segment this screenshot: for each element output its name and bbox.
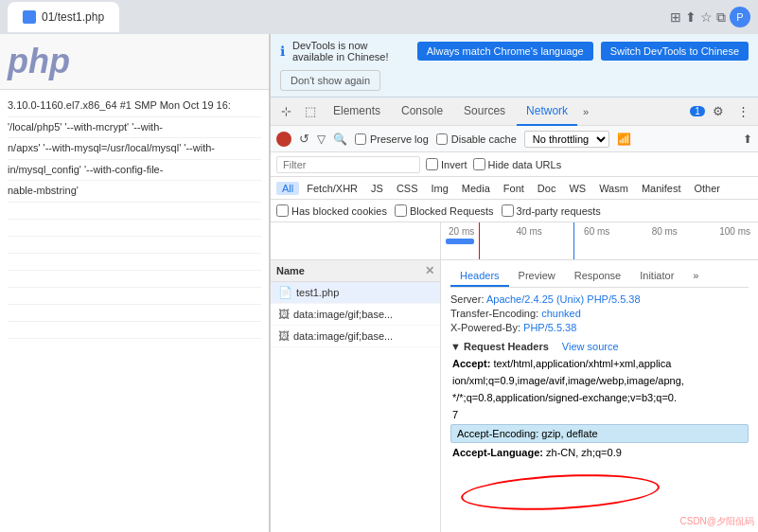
upload-icon[interactable]: ⬆	[743, 133, 752, 146]
accept-header-continuation-3: 7	[450, 407, 749, 422]
type-wasm[interactable]: Wasm	[593, 182, 634, 195]
disable-cache-label[interactable]: Disable cache	[436, 133, 517, 145]
marker-60: 60 ms	[584, 226, 609, 237]
extensions-icon[interactable]: ⊞	[670, 9, 681, 25]
empty-line-8	[8, 322, 261, 339]
restore-icon[interactable]: ⧉	[716, 9, 726, 26]
tab-favicon	[23, 10, 36, 24]
type-fetch-xhr[interactable]: Fetch/XHR	[301, 182, 363, 195]
server-header: Server: Apache/2.4.25 (Unix) PHP/5.5.38	[450, 293, 749, 305]
php-logo: php	[8, 42, 261, 81]
type-img[interactable]: Img	[426, 182, 454, 195]
hide-data-checkbox[interactable]	[473, 158, 485, 170]
accept-header-continuation-1: ion/xml;q=0.9,image/avif,image/webp,imag…	[450, 373, 749, 388]
empty-line-1	[8, 203, 261, 220]
tab-elements[interactable]: Elements	[324, 98, 390, 126]
hide-data-label[interactable]: Hide data URLs	[473, 158, 562, 170]
close-panel-icon[interactable]: ✕	[425, 264, 434, 277]
image-icon-1: 🖼	[278, 308, 290, 321]
accept-language-row: Accept-Language: zh-CN, zh;q=0.9	[450, 445, 749, 460]
accept-encoding-row: Accept-Encoding: gzip, deflate	[450, 424, 749, 443]
timeline-markers: 20 ms 40 ms 60 ms 80 ms 100 ms	[441, 222, 758, 240]
marker-20: 20 ms	[449, 226, 474, 237]
bookmark-icon[interactable]: ☆	[700, 9, 713, 25]
type-other[interactable]: Other	[688, 182, 726, 195]
config-line-4: nable-mbstring'	[8, 181, 261, 203]
file-name-test1: test1.php	[296, 287, 339, 298]
devtools-toolbar: ⊹ ⬚ Elements Console Sources Network » 1…	[271, 98, 758, 126]
file-item-gif2[interactable]: 🖼 data:image/gif;base...	[271, 326, 440, 347]
tab-response[interactable]: Response	[565, 266, 631, 287]
type-manifest[interactable]: Manifest	[636, 182, 687, 195]
tab-console[interactable]: Console	[392, 98, 452, 126]
filter-input[interactable]	[276, 156, 420, 173]
content-area: Name ✕ 📄 test1.php 🖼 data:image/gif;base…	[271, 260, 758, 532]
tab-preview[interactable]: Preview	[509, 266, 565, 287]
image-icon-2: 🖼	[278, 329, 290, 343]
device-icon[interactable]: ⬚	[299, 100, 322, 123]
type-ws[interactable]: WS	[563, 182, 591, 195]
stop-icon[interactable]: ↺	[299, 132, 309, 146]
notification-badge: 1	[690, 106, 705, 116]
type-css[interactable]: CSS	[391, 182, 424, 195]
invert-label[interactable]: Invert	[426, 158, 467, 170]
config-line-1: '/local/php5' '--with-mcrypt' '--with-	[8, 117, 261, 139]
file-item-gif1[interactable]: 🖼 data:image/gif;base...	[271, 304, 440, 326]
accept-header-continuation-2: */*;q=0.8,application/signed-exchange;v=…	[450, 390, 749, 405]
invert-checkbox[interactable]	[426, 158, 438, 170]
type-doc[interactable]: Doc	[532, 182, 562, 195]
type-js[interactable]: JS	[365, 182, 389, 195]
file-item-test1[interactable]: 📄 test1.php	[271, 282, 440, 304]
type-font[interactable]: Font	[498, 182, 530, 195]
empty-line-7	[8, 305, 261, 322]
throttle-select[interactable]: No throttling	[524, 131, 609, 148]
blocked-requests-checkbox[interactable]	[395, 204, 407, 217]
filter-icon[interactable]: ▽	[317, 133, 326, 146]
dont-show-button[interactable]: Don't show again	[280, 70, 380, 91]
tab-headers[interactable]: Headers	[450, 266, 509, 287]
file-list-header: Name ✕	[271, 260, 440, 282]
tab-network[interactable]: Network	[517, 98, 577, 126]
devtools-panel: ℹ DevTools is now available in Chinese! …	[270, 34, 758, 532]
switch-devtools-button[interactable]: Switch DevTools to Chinese	[601, 42, 749, 61]
preserve-log-label[interactable]: Preserve log	[355, 133, 429, 145]
third-party-checkbox[interactable]	[502, 204, 514, 217]
always-match-button[interactable]: Always match Chrome's language	[417, 42, 593, 61]
has-blocked-cookies-label[interactable]: Has blocked cookies	[276, 204, 387, 217]
search-icon[interactable]: 🔍	[333, 133, 347, 146]
config-line-3: in/mysql_config' '--with-config-file-	[8, 160, 261, 182]
more-tabs[interactable]: »	[579, 106, 592, 117]
tab-more[interactable]: »	[683, 266, 708, 287]
view-source-link[interactable]: View source	[562, 341, 619, 352]
has-blocked-checkbox[interactable]	[276, 204, 289, 217]
empty-line-6	[8, 288, 261, 305]
blocked-requests-label[interactable]: Blocked Requests	[395, 204, 494, 217]
type-all[interactable]: All	[276, 182, 299, 195]
timeline-red-line	[479, 222, 480, 259]
third-party-label[interactable]: 3rd-party requests	[502, 204, 601, 217]
sysinfo-line: 3.10.0-1160.el7.x86_64 #1 SMP Mon Oct 19…	[8, 96, 261, 117]
more-options-icon[interactable]: ⋮	[732, 100, 754, 123]
inspect-icon[interactable]: ⊹	[274, 100, 297, 123]
profile-icon[interactable]: P	[730, 7, 750, 27]
info-bar: ℹ DevTools is now available in Chinese! …	[271, 34, 758, 98]
marker-80: 80 ms	[652, 226, 678, 237]
transfer-encoding-header: Transfer-Encoding: chunked	[450, 308, 749, 319]
page-icon: 📄	[278, 286, 292, 299]
cookie-filter: Has blocked cookies Blocked Requests 3rd…	[271, 200, 758, 222]
record-button[interactable]	[276, 132, 291, 147]
tab-sources[interactable]: Sources	[454, 98, 515, 126]
preserve-log-checkbox[interactable]	[355, 133, 366, 145]
type-media[interactable]: Media	[456, 182, 496, 195]
browser-tab[interactable]: 01/test1.php	[8, 2, 119, 32]
headers-tabs: Headers Preview Response Initiator »	[450, 266, 749, 288]
timeline-blue-line	[573, 222, 574, 259]
settings-icon[interactable]: ⚙	[707, 100, 730, 123]
share-icon[interactable]: ⬆	[685, 9, 696, 25]
wifi-icon: 📶	[617, 133, 631, 146]
network-toolbar: ↺ ▽ 🔍 Preserve log Disable cache No thro…	[271, 126, 758, 152]
tab-initiator[interactable]: Initiator	[630, 266, 683, 287]
disable-cache-checkbox[interactable]	[436, 133, 448, 145]
empty-line-2	[8, 220, 261, 237]
name-column-header: Name	[276, 265, 305, 276]
